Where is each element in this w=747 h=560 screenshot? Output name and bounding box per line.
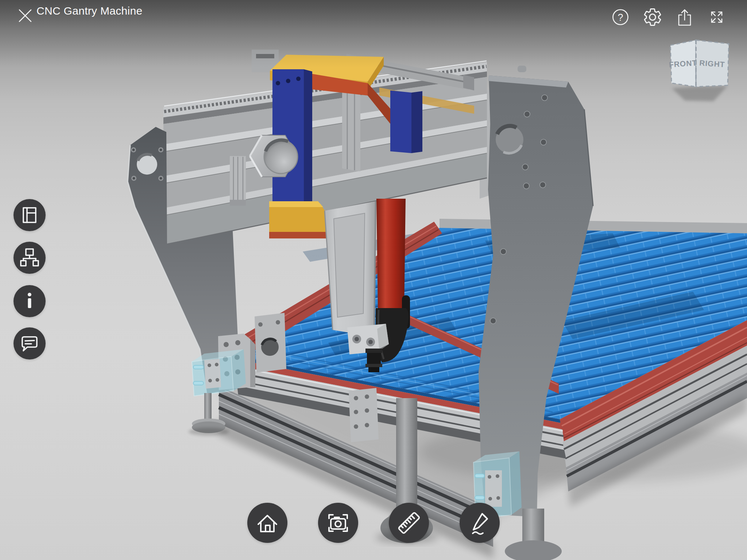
info-button[interactable]	[13, 285, 46, 317]
measure-button[interactable]	[389, 503, 429, 543]
close-button[interactable]	[15, 5, 36, 26]
help-icon: ?	[610, 7, 631, 27]
share-icon	[674, 7, 695, 27]
fullscreen-icon	[707, 7, 727, 27]
viewer-stage: CNC Gantry Machine ? FRONT RIGHT	[0, 0, 747, 560]
views-panel-icon	[13, 199, 46, 231]
view-cube[interactable]: FRONT RIGHT	[665, 33, 741, 109]
comments-button[interactable]	[13, 327, 46, 359]
markup-button[interactable]	[460, 503, 500, 543]
info-icon	[13, 285, 46, 317]
screenshot-icon	[318, 503, 358, 543]
fullscreen-button[interactable]	[706, 7, 727, 28]
help-button[interactable]: ?	[610, 7, 631, 28]
corner-gusset-right[interactable]	[349, 388, 379, 442]
spindle-motor[interactable]	[376, 199, 406, 310]
settings-button[interactable]	[642, 7, 663, 28]
screenshot-button[interactable]	[318, 503, 358, 543]
share-button[interactable]	[674, 7, 695, 28]
page-title: CNC Gantry Machine	[36, 2, 143, 20]
model-structure-icon	[13, 242, 46, 274]
gear-icon	[642, 7, 663, 27]
leg-bottom-right[interactable]	[505, 509, 562, 560]
model-structure-button[interactable]	[13, 242, 46, 274]
markup-icon	[460, 503, 500, 543]
comments-icon	[13, 327, 46, 359]
close-icon	[17, 8, 33, 24]
z-bottom-cap[interactable]	[269, 201, 329, 238]
home-view-button[interactable]	[247, 503, 287, 543]
measure-icon	[389, 503, 429, 543]
view-cube-right-label: RIGHT	[699, 59, 725, 69]
svg-text:?: ?	[618, 12, 623, 23]
home-icon	[247, 503, 287, 543]
views-panel-button[interactable]	[13, 199, 46, 231]
3d-viewport[interactable]	[0, 0, 747, 560]
front-motor-plate[interactable]	[255, 313, 286, 373]
